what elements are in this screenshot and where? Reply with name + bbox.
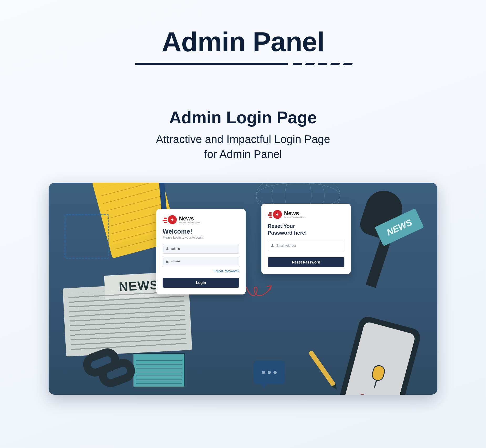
newspaper-small-icon	[133, 353, 185, 387]
login-button[interactable]: Login	[163, 278, 239, 288]
username-input[interactable]	[170, 245, 237, 252]
email-input[interactable]	[275, 242, 342, 249]
brand-name: News	[284, 210, 306, 216]
brand-name: News	[179, 216, 200, 222]
login-instruction: Please Login to your Account	[163, 236, 239, 239]
reset-password-button[interactable]: Reset Password	[268, 257, 344, 267]
page-title: Admin Panel	[0, 26, 486, 57]
lock-icon	[165, 260, 170, 263]
brand-tagline: Fastest Trending News	[284, 216, 306, 218]
user-icon	[270, 244, 275, 247]
login-card: News Fastest Trending News Welcome! Plea…	[156, 209, 246, 294]
brand-tagline: Fastest Trending News	[179, 222, 200, 224]
login-illustration-card: NEWS NEWS REC News Fastest Trending News	[49, 183, 437, 395]
news-logo-icon	[163, 215, 177, 224]
svg-point-4	[266, 185, 267, 186]
news-logo-icon	[268, 210, 282, 219]
dashed-box-icon	[64, 214, 109, 259]
brand-logo: News Fastest Trending News	[163, 215, 239, 224]
password-input[interactable]	[170, 258, 237, 265]
chainlink-icon	[83, 351, 135, 387]
brand-logo: News Fastest Trending News	[268, 210, 344, 219]
title-underline	[135, 63, 351, 66]
chat-bubble-icon	[254, 361, 285, 384]
email-field-wrap[interactable]	[268, 241, 344, 250]
section-description: Attractive and Impactful Login Page for …	[0, 132, 486, 162]
microphone-icon	[343, 191, 411, 296]
welcome-heading: Welcome!	[163, 228, 239, 235]
reset-password-card: News Fastest Trending News Reset Your Pa…	[261, 204, 351, 274]
forgot-password-link[interactable]: Forgot Password?	[214, 269, 239, 273]
user-icon	[165, 247, 170, 251]
section-subtitle: Admin Login Page	[0, 108, 486, 127]
password-field-wrap[interactable]	[163, 257, 239, 266]
username-field-wrap[interactable]	[163, 244, 239, 254]
reset-heading: Reset Your Password here!	[268, 223, 344, 236]
